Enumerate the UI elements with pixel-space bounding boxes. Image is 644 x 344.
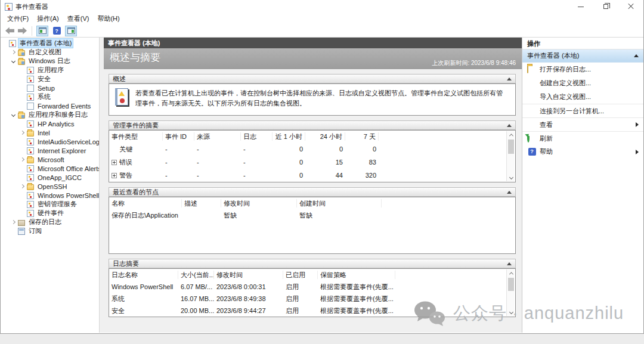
tree-item[interactable]: HP Analytics [1,119,99,128]
table-header-row: 名称描述修改时间创建时间 [109,197,515,209]
tree-item[interactable]: Setup [1,83,99,92]
tree-item[interactable]: 安全 [1,75,99,83]
collapse-icon[interactable] [507,78,512,80]
menu-item-3[interactable]: 帮助(H) [93,13,123,24]
tree-item[interactable]: 系统 [1,92,99,101]
action-item[interactable]: 创建自定义视图... [522,76,643,90]
scroll-up-icon[interactable] [507,269,515,277]
help-icon [53,27,61,35]
column-header[interactable]: 24 小时 [305,132,345,141]
action-item-label: 查看 [540,120,553,129]
close-button[interactable] [618,0,643,13]
forward-icon[interactable] [18,27,27,35]
column-header[interactable]: 描述 [182,199,221,207]
scroll-up-icon[interactable] [507,131,515,139]
scroll-thumb[interactable] [508,140,514,154]
collapse-icon[interactable] [634,54,639,57]
overview-section: 概述 若要查看已在计算机上出现的事件，请在控制台树中选择相应的来源、日志或自定义… [109,74,516,116]
chevron-right-icon[interactable] [11,50,16,54]
chevron-right-icon[interactable] [11,220,16,224]
tree-item[interactable]: IntelAudioServiceLog [1,137,99,146]
tree-item[interactable]: 应用程序和服务日志 [1,110,99,119]
tree-item[interactable]: Forwarded Events [1,101,99,110]
menu-item-0[interactable]: 文件(F) [3,13,33,24]
column-header[interactable]: 修改时间 [221,199,297,207]
recent-nodes-section-header[interactable]: 最近查看的节点 [109,187,516,197]
scroll-down-icon[interactable] [507,173,515,181]
action-item[interactable]: 打开保存的日志... [522,63,643,76]
tree-item[interactable]: Microsoft Office Alerts [1,164,99,173]
admin-events-section-header[interactable]: 管理事件的摘要 [109,120,516,130]
chevron-right-icon[interactable] [20,184,24,188]
tree-item[interactable]: Internet Explorer [1,146,99,155]
column-header[interactable]: 日志 [241,132,273,141]
scroll-thumb[interactable] [508,278,514,291]
column-header[interactable]: 大小(当前... [178,271,214,279]
help-button[interactable] [51,26,63,36]
column-header[interactable]: 近 1 小时 [273,132,305,141]
expand-plus-icon[interactable] [112,160,117,165]
tree-item[interactable]: 硬件事件 [1,209,99,218]
table-cell: 根据需要覆盖事件(先覆... [318,306,395,315]
table-row[interactable]: Windows PowerShell6.07 MB/...2023/6/8 0:… [109,281,515,293]
column-header[interactable]: 修改时间 [214,271,283,279]
app-icon [5,3,13,11]
scrollbar[interactable] [506,131,515,181]
actions-section-header[interactable]: 事件查看器 (本地) [522,49,643,63]
column-header[interactable]: 日志名称 [109,271,178,279]
tree-item[interactable]: Microsoft [1,155,99,164]
action-item[interactable]: 帮助 [522,145,643,159]
back-icon[interactable] [5,27,14,35]
table-row[interactable]: 错误---01583 [109,156,515,169]
column-header[interactable]: 事件类型 [109,132,163,141]
overview-section-header[interactable]: 概述 [109,74,516,83]
chevron-down-icon[interactable] [11,113,16,117]
table-cell: - [194,145,241,153]
chevron-down-icon[interactable] [11,59,16,63]
tree-item[interactable]: 自定义视图 [1,48,99,57]
tree-item[interactable]: 保存的日志 [1,218,99,227]
chevron-right-icon[interactable] [20,157,24,162]
restore-button[interactable] [593,0,618,13]
menu-item-2[interactable]: 查看(V) [63,13,94,24]
expand-plus-icon[interactable] [112,173,117,178]
tree-item[interactable]: Windows PowerShell [1,191,99,200]
log-summary-section-header[interactable]: 日志摘要 [109,259,516,268]
action-item[interactable]: 导入自定义视图... [522,90,643,104]
menu-item-1[interactable]: 操作(A) [33,13,63,24]
table-row[interactable]: 关键---000 [109,142,515,156]
action-item[interactable]: 刷新 [522,131,643,145]
action-item[interactable]: 连接到另一台计算机... [522,104,643,117]
column-header[interactable]: 来源 [194,132,241,141]
collapse-icon[interactable] [507,262,512,265]
tree-item[interactable]: 应用程序 [1,66,99,75]
table-cell: Windows PowerShell [109,283,178,290]
folder-icon [27,157,34,163]
minimize-button[interactable] [568,0,593,13]
log-icon [27,201,34,208]
tree-item[interactable]: 密钥管理服务 [1,200,99,209]
column-header[interactable]: 7 天 [345,132,379,141]
collapse-icon[interactable] [507,124,512,127]
table-row[interactable]: 保存的日志\Application暂缺暂缺 [109,209,515,222]
column-header[interactable]: 事件 ID [163,132,194,141]
action-item[interactable]: 查看 [522,117,643,131]
table-cell: 关键 [109,145,163,154]
show-action-pane-button[interactable] [65,26,77,36]
column-header[interactable]: 已启用 [283,271,318,279]
collapse-icon[interactable] [507,191,512,194]
tree-item[interactable]: Windows 日志 [1,57,99,66]
tree-item[interactable]: 订阅 [1,227,99,235]
table-row[interactable]: 警告---044320 [109,169,515,182]
tree-item[interactable]: Intel [1,128,99,137]
column-header[interactable]: 保留策略 [318,271,395,279]
tree-item[interactable]: 事件查看器 (本地) [1,39,99,48]
column-header[interactable]: 名称 [109,199,182,207]
tree-item[interactable]: OneApp_IGCC [1,173,99,182]
tree-item[interactable]: OpenSSH [1,182,99,191]
show-console-tree-button[interactable] [36,26,48,36]
column-header[interactable]: 创建时间 [297,199,382,207]
subscriptions-icon [18,228,25,235]
chevron-right-icon[interactable] [20,131,24,135]
table-header-row: 日志名称大小(当前...修改时间已启用保留策略 [109,269,515,281]
